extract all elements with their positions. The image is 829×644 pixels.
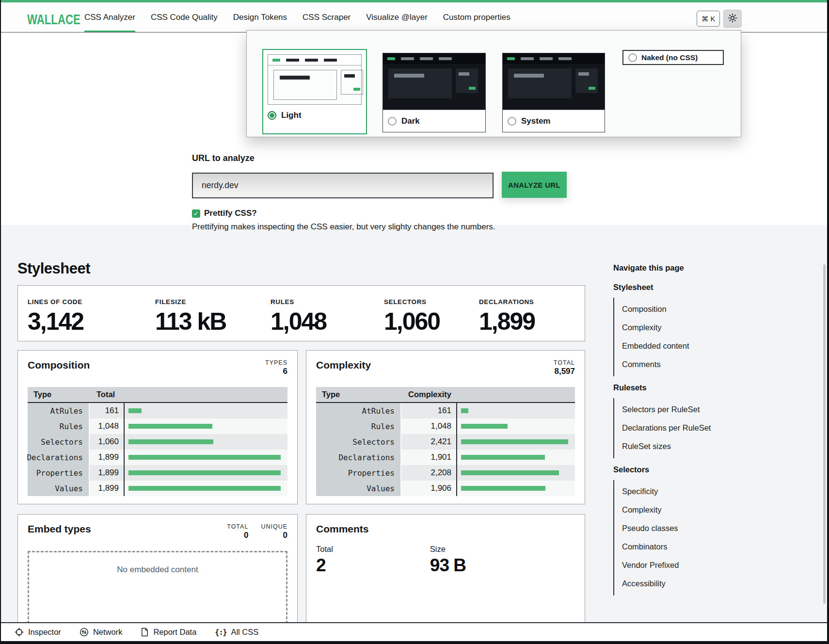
theme-option-naked[interactable]: Naked (no CSS)	[622, 50, 724, 65]
table-row: Declarations 1,899	[28, 450, 287, 465]
value-bar	[128, 424, 212, 429]
network-arrows-icon	[80, 628, 89, 637]
row-value: 2,421	[401, 434, 457, 450]
page-nav-link[interactable]: Selectors per RuleSet	[622, 400, 739, 419]
stat-value: 1,899	[479, 307, 535, 336]
value-bar	[128, 408, 142, 413]
page-nav-link[interactable]: Composition	[622, 300, 739, 318]
panel-title: Comments	[316, 523, 369, 535]
value-bar	[128, 470, 281, 475]
table-row: Selectors 2,421	[316, 434, 575, 450]
theme-toggle-button[interactable]	[723, 10, 742, 28]
inspector-tab[interactable]: Inspector	[15, 628, 61, 637]
url-input[interactable]	[192, 173, 494, 198]
stat-card: SELECTORS 1,060	[374, 286, 469, 341]
all-css-tab[interactable]: {:} All CSS	[215, 628, 258, 637]
nav-item[interactable]: CSS Analyzer	[84, 2, 135, 32]
system-theme-preview	[503, 53, 605, 110]
document-icon	[141, 628, 149, 637]
stat-card: LINES OF CODE 3,142	[18, 286, 145, 341]
network-tab[interactable]: Network	[80, 628, 123, 637]
window-frame-right	[827, 0, 829, 644]
nav-item[interactable]: Design Tokens	[233, 2, 287, 32]
stat-card: DECLARATIONS 1,899	[469, 286, 535, 341]
radio-naked[interactable]	[628, 53, 637, 62]
page-nav-link[interactable]: Comments	[622, 355, 739, 373]
nav-section-stylesheet: Stylesheet	[613, 283, 739, 292]
theme-option-label: Light	[281, 111, 302, 120]
comments-total-label: Total	[316, 545, 333, 554]
radio-light[interactable]	[268, 111, 276, 120]
nav-item-label: Custom properties	[443, 13, 510, 22]
stat-value: 1,048	[271, 307, 374, 336]
nav-item-label: CSS Scraper	[303, 13, 351, 22]
table-row: Rules 1,048	[28, 419, 287, 434]
nav-item-label: CSS Code Quality	[151, 13, 218, 22]
page-nav-link[interactable]: Vendor Prefixed	[622, 556, 739, 574]
page-nav-link[interactable]: Complexity	[622, 318, 739, 337]
meta-value: 0	[227, 531, 248, 540]
value-bar	[461, 470, 559, 475]
tab-label: All CSS	[231, 628, 258, 637]
table-row: Values 1,906	[316, 481, 575, 496]
value-bar	[461, 486, 545, 491]
keyboard-shortcut-button[interactable]: ⌘ K	[697, 11, 720, 27]
stat-value: 113 kB	[155, 307, 261, 336]
theme-option-dark[interactable]: Dark	[383, 53, 486, 132]
theme-option-label: System	[521, 116, 550, 126]
nav-item[interactable]: Custom properties	[443, 2, 510, 32]
analyze-url-button[interactable]: ANALYZE URL	[502, 172, 567, 198]
complexity-table: Type Complexity AtRules 161 Rules 1,048 …	[316, 387, 575, 496]
page-nav-link[interactable]: RuleSet sizes	[622, 437, 739, 455]
radio-dark[interactable]	[388, 117, 397, 126]
panel-title: Complexity	[316, 359, 371, 376]
meta-value: 6	[265, 367, 287, 376]
row-type: Rules	[316, 419, 401, 434]
nav-list-selectors: SpecificityComplexityPseudo classesCombi…	[613, 480, 739, 596]
dark-theme-preview	[383, 53, 485, 110]
theme-option-light[interactable]: Light	[262, 49, 367, 134]
page-title: Stylesheet	[17, 260, 90, 277]
meta-label: TOTAL	[227, 523, 248, 530]
row-value: 2,208	[401, 465, 457, 481]
row-value: 1,906	[401, 481, 457, 496]
row-type: Declarations	[28, 450, 90, 465]
radio-system[interactable]	[508, 117, 516, 126]
comments-total-value: 2	[316, 555, 333, 576]
nav-item[interactable]: CSS Scraper	[303, 2, 351, 32]
row-type: Selectors	[316, 434, 401, 450]
theme-option-label: Dark	[401, 116, 420, 126]
prettify-label: Prettify CSS?	[204, 209, 257, 218]
row-value: 161	[90, 403, 125, 419]
prettify-checkbox[interactable]: ✓	[192, 209, 200, 218]
row-value: 1,901	[401, 450, 457, 465]
stat-label: FILESIZE	[155, 298, 261, 306]
stat-value: 3,142	[28, 307, 145, 336]
page-nav-link[interactable]: Combinators	[622, 537, 739, 556]
row-value: 1,899	[90, 450, 125, 465]
stat-label: SELECTORS	[384, 298, 469, 306]
window-frame-left	[0, 0, 1, 644]
value-bar	[461, 439, 568, 444]
page-nav-link[interactable]: Complexity	[622, 500, 739, 519]
composition-table: Type Total AtRules 161 Rules 1,048 Selec…	[28, 387, 287, 496]
theme-option-system[interactable]: System	[502, 53, 605, 132]
page-nav-link[interactable]: Accessibility	[622, 574, 739, 593]
nav-list-rulesets: Selectors per RuleSetDeclarations per Ru…	[613, 398, 739, 458]
report-data-tab[interactable]: Report Data	[141, 628, 196, 637]
page-nav-link[interactable]: Embedded content	[622, 337, 739, 355]
nav-item[interactable]: CSS Code Quality	[151, 2, 218, 32]
scrollbar-thumb[interactable]	[823, 264, 826, 604]
page-nav-link[interactable]: Declarations per RuleSet	[622, 419, 739, 437]
page-nav-title: Navigate this page	[613, 263, 739, 273]
row-value: 1,048	[401, 419, 457, 434]
row-type: Properties	[28, 465, 90, 481]
value-bar	[461, 455, 545, 460]
page-nav-link[interactable]: Pseudo classes	[622, 519, 739, 537]
page-nav-link[interactable]: Specificity	[622, 482, 739, 500]
stat-label: LINES OF CODE	[28, 298, 145, 306]
empty-embed-message: No embedded content	[28, 551, 287, 624]
nav-item[interactable]: Visualize @layer	[366, 2, 428, 32]
table-row: Properties 1,899	[28, 465, 287, 481]
wallace-logo[interactable]: WALLACE	[27, 11, 80, 28]
